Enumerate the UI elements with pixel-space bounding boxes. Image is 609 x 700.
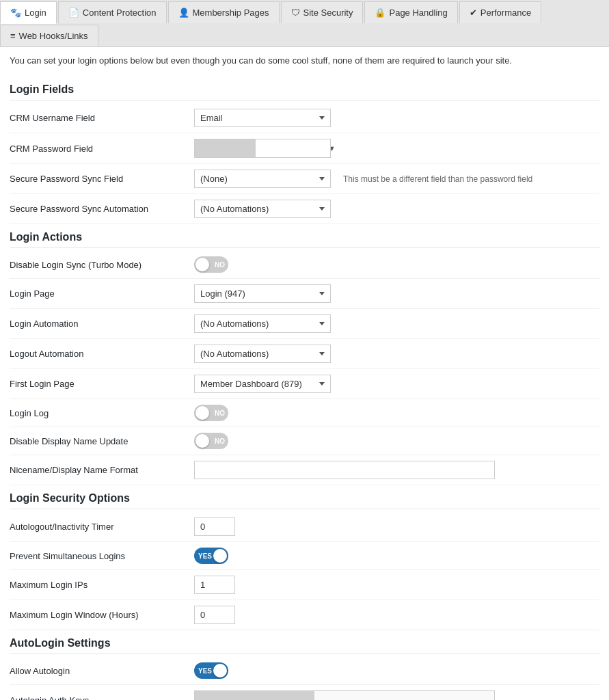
prevent-simultaneous-track[interactable]: YES [194, 548, 228, 564]
section-login-fields: Login Fields CRM Username Field Email Us… [10, 77, 599, 224]
content-protection-icon: 📄 [68, 8, 79, 18]
allow-autologin-control: YES [194, 662, 599, 679]
crm-password-field[interactable] [194, 139, 331, 158]
login-automation-select[interactable]: (No Automations) [194, 314, 331, 333]
row-secure-password-automation: Secure Password Sync Automation (No Auto… [10, 194, 599, 224]
logout-automation-select[interactable]: (No Automations) [194, 345, 331, 363]
performance-icon: ✔ [470, 8, 477, 18]
row-max-login-ips: Maximum Login IPs [10, 570, 599, 600]
autologout-timer-input[interactable] [194, 517, 235, 536]
nicename-format-label: Nicename/Display Name Format [10, 465, 194, 475]
first-login-page-select[interactable]: Member Dashboard (879) [194, 375, 331, 393]
tab-membership-pages[interactable]: 👤 Membership Pages [168, 1, 280, 23]
intro-text: You can set your login options below but… [10, 55, 599, 66]
tab-web-hooks-label: Web Hooks/Links [19, 31, 88, 41]
prevent-simultaneous-label: Prevent Simultaneous Logins [10, 551, 194, 561]
secure-password-sync-select[interactable]: (None) [194, 170, 331, 188]
main-content: You can set your login options below but… [0, 47, 609, 700]
nicename-format-input[interactable] [194, 461, 495, 479]
tab-login[interactable]: 🐾 Login [0, 1, 57, 24]
disable-display-name-track[interactable]: NO [194, 433, 228, 449]
nicename-format-control [194, 461, 599, 479]
secure-password-automation-label: Secure Password Sync Automation [10, 204, 194, 214]
section-autologin: AutoLogin Settings Allow Autologin YES A… [10, 630, 599, 700]
row-autologout-timer: Autologout/Inactivity Timer [10, 512, 599, 542]
section-login-actions: Login Actions Disable Login Sync (Turbo … [10, 224, 599, 485]
crm-username-control: Email Username [194, 109, 599, 127]
login-log-label: Login Log [10, 408, 194, 418]
page-handling-icon: 🔒 [375, 8, 385, 18]
first-login-page-control: Member Dashboard (879) [194, 375, 599, 393]
disable-login-sync-label: Disable Login Sync (Turbo Mode) [10, 260, 194, 270]
disable-display-name-knob [195, 434, 209, 448]
max-login-window-input[interactable] [194, 606, 235, 624]
max-login-window-control [194, 606, 599, 624]
disable-login-sync-control: NO [194, 256, 599, 273]
tab-membership-pages-label: Membership Pages [193, 8, 269, 18]
autologout-timer-control [194, 517, 599, 536]
prevent-simultaneous-control: YES [194, 548, 599, 564]
login-log-no-label: NO [215, 409, 225, 417]
tab-bar: 🐾 Login 📄 Content Protection 👤 Membershi… [0, 0, 609, 47]
tab-content-protection[interactable]: 📄 Content Protection [58, 1, 167, 23]
row-crm-username: CRM Username Field Email Username [10, 103, 599, 133]
row-login-log: Login Log NO [10, 399, 599, 427]
crm-username-label: CRM Username Field [10, 113, 194, 123]
row-login-automation: Login Automation (No Automations) [10, 309, 599, 339]
allow-autologin-toggle[interactable]: YES [194, 662, 228, 679]
login-log-knob [195, 406, 209, 420]
autologin-auth-keys-label: Autologin Auth Keys [10, 695, 194, 701]
login-fields-title: Login Fields [10, 77, 599, 100]
disable-display-name-no-label: NO [215, 438, 225, 445]
membership-pages-icon: 👤 [178, 8, 189, 18]
logout-automation-label: Logout Automation [10, 349, 194, 359]
row-prevent-simultaneous: Prevent Simultaneous Logins YES [10, 542, 599, 570]
tab-performance[interactable]: ✔ Performance [459, 1, 541, 23]
prevent-simultaneous-toggle[interactable]: YES [194, 548, 228, 564]
tab-login-label: Login [25, 8, 46, 18]
disable-login-sync-toggle[interactable]: NO [194, 256, 228, 273]
first-login-page-label: First Login Page [10, 379, 194, 389]
tab-web-hooks[interactable]: ≡ Web Hooks/Links [0, 25, 98, 46]
max-login-ips-control [194, 576, 599, 594]
prevent-simultaneous-knob [213, 549, 227, 563]
auth-keys-slider [195, 691, 314, 700]
login-actions-title: Login Actions [10, 224, 599, 248]
site-security-icon: 🛡 [291, 8, 300, 18]
tab-page-handling-label: Page Handling [389, 8, 447, 18]
disable-display-name-toggle[interactable]: NO [194, 433, 228, 449]
crm-password-control: ▼ [194, 139, 599, 158]
tab-page-handling[interactable]: 🔒 Page Handling [364, 1, 457, 23]
disable-login-sync-knob [195, 258, 209, 271]
secure-password-automation-select[interactable]: (No Automations) [194, 200, 331, 218]
login-page-select[interactable]: Login (947) [194, 284, 331, 303]
crm-username-select[interactable]: Email Username [194, 109, 331, 127]
login-log-control: NO [194, 405, 599, 421]
max-login-window-label: Maximum Login Window (Hours) [10, 610, 194, 620]
tab-site-security[interactable]: 🛡 Site Security [281, 1, 364, 23]
crm-password-label: CRM Password Field [10, 144, 194, 154]
allow-autologin-track[interactable]: YES [194, 662, 228, 679]
login-log-track[interactable]: NO [194, 405, 228, 421]
row-autologin-auth-keys: Autologin Auth Keys [10, 685, 599, 700]
disable-display-name-control: NO [194, 433, 599, 449]
section-login-security: Login Security Options Autologout/Inacti… [10, 485, 599, 630]
disable-display-name-label: Disable Display Name Update [10, 436, 194, 446]
row-nicename-format: Nicename/Display Name Format [10, 455, 599, 485]
row-first-login-page: First Login Page Member Dashboard (879) [10, 369, 599, 399]
max-login-ips-input[interactable] [194, 576, 235, 594]
autologout-timer-label: Autologout/Inactivity Timer [10, 522, 194, 532]
row-secure-password-sync: Secure Password Sync Field (None) This m… [10, 164, 599, 194]
row-login-page: Login Page Login (947) [10, 279, 599, 309]
allow-autologin-knob [213, 664, 227, 677]
autologin-auth-keys-field[interactable] [194, 690, 495, 700]
tab-content-protection-label: Content Protection [83, 8, 157, 18]
password-slider [195, 139, 256, 157]
allow-autologin-label: Allow Autologin [10, 666, 194, 676]
disable-login-sync-track[interactable]: NO [194, 256, 228, 273]
row-logout-automation: Logout Automation (No Automations) [10, 339, 599, 369]
login-log-toggle[interactable]: NO [194, 405, 228, 421]
row-disable-display-name: Disable Display Name Update NO [10, 427, 599, 455]
prevent-simultaneous-yes-label: YES [198, 552, 212, 560]
row-crm-password: CRM Password Field ▼ [10, 133, 599, 164]
